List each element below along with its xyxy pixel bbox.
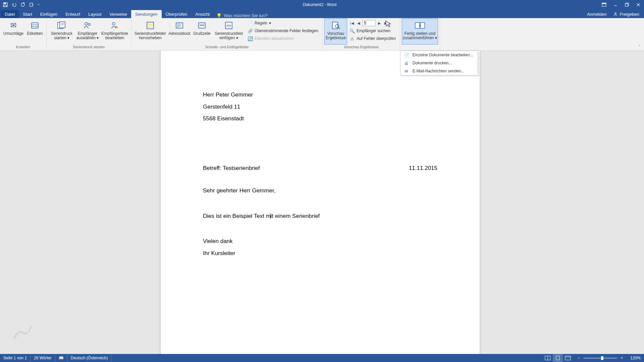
collapse-ribbon-button[interactable]: ˄ — [637, 44, 642, 49]
first-record-button[interactable]: |◀ — [349, 20, 355, 26]
prev-record-button[interactable]: ◀ — [356, 20, 362, 26]
svg-rect-1 — [4, 3, 6, 4]
svg-point-20 — [85, 22, 88, 25]
record-navigation: |◀ ◀ ▶ ▶| — [347, 19, 398, 27]
svg-rect-37 — [415, 23, 420, 28]
zoom-control: − + 120% — [573, 355, 644, 361]
save-button[interactable] — [1, 1, 9, 8]
customize-qat-button[interactable] — [28, 1, 36, 8]
svg-rect-25 — [148, 26, 151, 27]
grusszeile-button[interactable]: Grußzeile — [192, 19, 212, 44]
seriendruckfeld-einfuegen-button[interactable]: «» Seriendruckfeld einfügen ▾ — [213, 19, 245, 44]
view-read-mode[interactable] — [543, 354, 553, 362]
view-print-layout[interactable] — [553, 354, 563, 362]
status-proofing[interactable]: 📖 — [55, 354, 67, 362]
subject-line: Betreff: Testserienbrief — [203, 165, 260, 172]
tab-einfuegen[interactable]: Einfügen — [36, 10, 61, 18]
zoom-level[interactable]: 120% — [627, 356, 641, 360]
tell-me-search[interactable]: 💡 Was möchten Sie tun? — [216, 13, 267, 18]
svg-rect-41 — [556, 356, 559, 360]
record-number-input[interactable] — [362, 20, 376, 26]
date-value: 11.11.2015 — [409, 165, 437, 172]
etiketten-button[interactable]: Etiketten — [25, 19, 44, 44]
recipients-edit-icon — [109, 20, 120, 31]
tab-ueberpruefen[interactable]: Überprüfen — [162, 10, 192, 18]
insert-mergefield-icon: «» — [223, 20, 234, 31]
group-vorschau: Vorschau Ergebnisse |◀ ◀ ▶ ▶| 🔍Empfänger… — [323, 18, 400, 50]
zoom-in-button[interactable]: + — [619, 355, 625, 361]
svg-rect-13 — [32, 23, 38, 28]
empfaenger-suchen-button[interactable]: 🔍Empfänger suchen — [347, 27, 398, 35]
mailmerge-start-icon — [56, 20, 67, 31]
svg-rect-9 — [625, 4, 628, 6]
empfaengerliste-bearbeiten-button[interactable]: Empfängerliste bearbeiten — [100, 19, 129, 44]
tab-ansicht[interactable]: Ansicht — [192, 10, 214, 18]
address-line-2: Gerstenfeld 11 — [203, 104, 437, 110]
qat-dropdown[interactable] — [36, 1, 41, 8]
ribbon: ✉ Umschläge Etiketten Erstellen Seriendr… — [0, 18, 644, 51]
undo-button[interactable] — [10, 1, 18, 8]
vorschau-ergebnisse-button[interactable]: Vorschau Ergebnisse — [325, 19, 347, 44]
fertig-stellen-button[interactable]: Fertig stellen und zusammenführen ▾ — [402, 19, 438, 44]
fehler-ueberpruefen-button[interactable]: ⚠Auf Fehler überprüfen — [347, 35, 398, 42]
view-web-layout[interactable] — [563, 354, 573, 362]
umschlaege-button[interactable]: ✉ Umschläge — [2, 19, 25, 44]
proofing-icon: 📖 — [59, 356, 64, 360]
document-area[interactable]: Herr Peter Gemmer Gerstenfeld 11 5568 Ei… — [0, 51, 644, 354]
share-button[interactable]: Freigeben — [610, 10, 642, 18]
page-body[interactable]: Herr Peter Gemmer Gerstenfeld 11 5568 Ei… — [203, 92, 437, 262]
tab-start[interactable]: Start — [19, 10, 36, 18]
seriendruck-starten-button[interactable]: Seriendruck starten ▾ — [49, 19, 75, 44]
felder-hervorheben-button[interactable]: Seriendruckfelder hervorheben — [133, 19, 167, 44]
window-controls — [598, 0, 644, 9]
zoom-out-button[interactable]: − — [576, 355, 582, 361]
bulb-icon: 💡 — [216, 13, 222, 18]
page[interactable]: Herr Peter Gemmer Gerstenfeld 11 5568 Ei… — [161, 51, 480, 354]
adressblock-button[interactable]: Adressblock — [168, 19, 191, 44]
zoom-thumb[interactable] — [601, 356, 603, 360]
preview-results-icon — [330, 20, 341, 31]
status-word-count[interactable]: 26 Wörter — [31, 354, 55, 362]
regeln-button[interactable]: 📄Regeln ▾ — [246, 19, 320, 27]
redo-button[interactable] — [19, 1, 27, 8]
dropdown-print-documents[interactable]: 🖨Dokumente drucken... — [400, 59, 478, 67]
svg-rect-42 — [565, 356, 571, 360]
group-felder: Seriendruckfelder hervorheben Adressbloc… — [131, 18, 323, 50]
tab-sendungen[interactable]: Sendungen — [131, 10, 162, 18]
svg-rect-2 — [4, 5, 7, 6]
ribbon-display-button[interactable] — [598, 0, 610, 9]
minimize-button[interactable] — [610, 0, 621, 9]
signin-button[interactable]: Anmelden — [584, 10, 609, 18]
tab-layout[interactable]: Layout — [84, 10, 105, 18]
close-button[interactable] — [633, 0, 644, 9]
status-language[interactable]: Deutsch (Österreich) — [67, 354, 112, 362]
salutation: Sehr geehrter Herr Gemmer, — [203, 187, 437, 194]
dropdown-send-email[interactable]: ✉E-Mail-Nachrichten senden... — [400, 67, 478, 75]
dropdown-edit-documents[interactable]: 📄Einzelne Dokumente bearbeiten... — [400, 51, 478, 59]
tab-file[interactable]: Datei — [1, 10, 19, 18]
recipients-select-icon — [82, 20, 93, 31]
last-record-button[interactable]: ▶| — [383, 20, 389, 26]
fertig-stellen-dropdown: 📄Einzelne Dokumente bearbeiten... 🖨Dokum… — [400, 51, 478, 75]
felder-festlegen-button[interactable]: 🔗Übereinstimmende Felder festlegen — [246, 27, 320, 35]
group-erstellen: ✉ Umschläge Etiketten Erstellen — [0, 18, 47, 50]
address-line-3: 5568 Eisenstadt — [203, 115, 437, 122]
next-record-button[interactable]: ▶ — [376, 20, 382, 26]
svg-text:«»: «» — [226, 23, 231, 28]
tab-verweise[interactable]: Verweise — [105, 10, 131, 18]
status-page[interactable]: Seite 1 von 1 — [0, 354, 31, 362]
ribbon-tabs: Datei Start Einfügen Entwurf Layout Verw… — [0, 9, 644, 18]
address-line-1: Herr Peter Gemmer — [203, 92, 437, 98]
label-icon — [30, 20, 40, 31]
tab-entwurf[interactable]: Entwurf — [61, 10, 84, 18]
restore-button[interactable] — [621, 0, 633, 9]
rules-icon: 📄 — [248, 20, 253, 26]
zoom-slider[interactable] — [584, 358, 617, 359]
empfaenger-auswaehlen-button[interactable]: Empfänger auswählen ▾ — [75, 19, 100, 44]
svg-point-22 — [112, 22, 115, 25]
print-icon: 🖨 — [404, 60, 409, 66]
svg-rect-23 — [147, 22, 154, 29]
svg-point-12 — [615, 12, 616, 14]
svg-line-36 — [338, 27, 340, 29]
envelope-icon: ✉ — [8, 20, 19, 31]
